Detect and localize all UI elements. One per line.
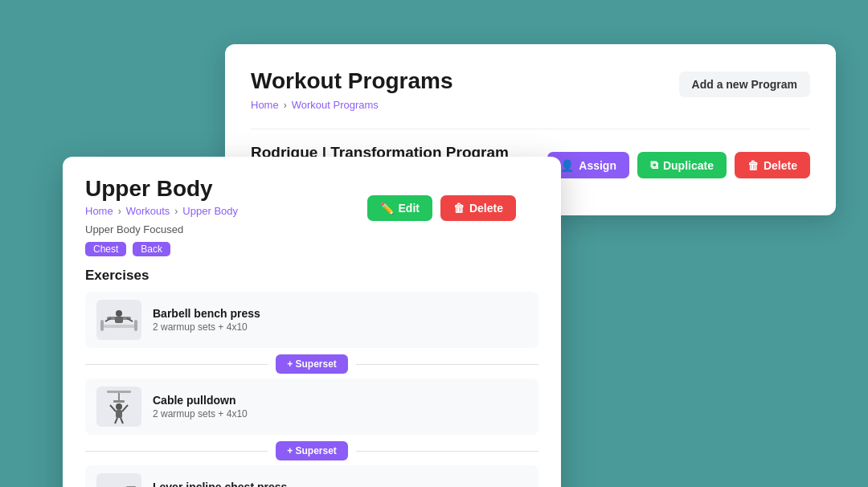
delete-icon: 🗑 xyxy=(453,202,465,215)
exercise-thumb-3 xyxy=(96,473,141,487)
exercise-item: Barbell bench press 2 warmup sets + 4x10 xyxy=(85,292,538,348)
workout-subtitle: Upper Body Focused xyxy=(85,223,538,235)
tag-back: Back xyxy=(133,242,170,256)
svg-line-14 xyxy=(122,405,128,411)
cable-pulldown-icon xyxy=(99,389,139,424)
breadcrumb-home[interactable]: Home xyxy=(251,99,279,111)
superset-line-left-2 xyxy=(85,451,268,452)
barbell-bench-press-icon xyxy=(99,302,139,338)
exercise-item-3: Lever incline chest press 3x12 xyxy=(85,465,538,487)
svg-point-4 xyxy=(116,310,122,317)
duplicate-icon: ⧉ xyxy=(650,158,658,172)
exercises-title: Exercises xyxy=(85,268,538,284)
add-program-button[interactable]: Add a new Program xyxy=(679,72,810,97)
exercise-sets-2: 2 warmup sets + 4x10 xyxy=(153,408,248,419)
tag-chest: Chest xyxy=(85,242,126,256)
tags-container: Chest Back xyxy=(85,242,538,256)
svg-rect-10 xyxy=(113,400,125,403)
top-actions: ✏️ Edit 🗑 Delete xyxy=(367,195,516,221)
delete-label: Delete xyxy=(469,202,503,215)
svg-rect-1 xyxy=(100,320,104,331)
exercise-name-3: Lever incline chest press xyxy=(153,481,287,487)
card-front-inner: ✏️ Edit 🗑 Delete Upper Body Home › Worko… xyxy=(85,176,538,487)
exercise-item-2: Cable pulldown 2 warmup sets + 4x10 xyxy=(85,379,538,435)
upper-body-card: ✏️ Edit 🗑 Delete Upper Body Home › Worko… xyxy=(63,157,561,487)
breadcrumb: Home › Workout Programs xyxy=(251,99,453,111)
edit-button[interactable]: ✏️ Edit xyxy=(367,195,432,221)
svg-line-16 xyxy=(121,418,123,424)
svg-line-13 xyxy=(110,405,116,411)
svg-rect-12 xyxy=(116,410,122,418)
svg-rect-5 xyxy=(115,317,123,323)
exercise-name-2: Cable pulldown xyxy=(153,394,248,407)
superset-row-1: + Superset xyxy=(85,350,538,379)
superset-line-right-2 xyxy=(356,451,538,452)
breadcrumb-current[interactable]: Workout Programs xyxy=(292,99,379,111)
duplicate-label: Duplicate xyxy=(663,159,714,172)
exercise-info-3: Lever incline chest press 3x12 xyxy=(153,481,287,487)
svg-line-15 xyxy=(115,418,117,424)
page-title: Workout Programs xyxy=(251,68,453,94)
superset-line-right-1 xyxy=(356,364,538,365)
exercise-info-2: Cable pulldown 2 warmup sets + 4x10 xyxy=(153,394,248,419)
delete-workout-button[interactable]: 🗑 Delete xyxy=(440,195,516,221)
delete-program-button[interactable]: 🗑 Delete xyxy=(735,152,810,178)
exercise-name-1: Barbell bench press xyxy=(153,307,260,320)
breadcrumb-sep1: › xyxy=(284,100,287,111)
bc-sep2: › xyxy=(174,206,178,217)
assign-icon: 👤 xyxy=(560,159,574,172)
duplicate-button[interactable]: ⧉ Duplicate xyxy=(637,152,727,178)
edit-icon: ✏️ xyxy=(380,202,394,215)
bc-workouts[interactable]: Workouts xyxy=(126,205,170,217)
exercise-thumb-2 xyxy=(96,387,141,427)
bc-current[interactable]: Upper Body xyxy=(182,205,238,217)
superset-button-2[interactable]: + Superset xyxy=(276,441,348,460)
superset-row-2: + Superset xyxy=(85,436,538,465)
superset-button-1[interactable]: + Superset xyxy=(276,354,348,374)
svg-rect-0 xyxy=(103,325,135,328)
superset-line-left-1 xyxy=(85,364,268,365)
edit-label: Edit xyxy=(399,202,420,215)
svg-rect-2 xyxy=(134,320,137,331)
delete-program-label: Delete xyxy=(764,159,797,172)
lever-incline-chest-press-icon xyxy=(99,476,139,487)
svg-rect-8 xyxy=(107,391,131,393)
exercise-sets-1: 2 warmup sets + 4x10 xyxy=(153,321,260,333)
delete-program-icon: 🗑 xyxy=(747,159,759,172)
exercise-info-1: Barbell bench press 2 warmup sets + 4x10 xyxy=(153,307,260,333)
svg-point-11 xyxy=(116,403,122,410)
assign-label: Assign xyxy=(579,159,616,172)
bc-home[interactable]: Home xyxy=(85,205,113,217)
exercise-thumb-1 xyxy=(96,300,141,340)
bc-sep1: › xyxy=(118,206,121,217)
exercise-list: Barbell bench press 2 warmup sets + 4x10… xyxy=(85,292,538,487)
program-actions: 👤 Assign ⧉ Duplicate 🗑 Delete xyxy=(547,152,810,178)
